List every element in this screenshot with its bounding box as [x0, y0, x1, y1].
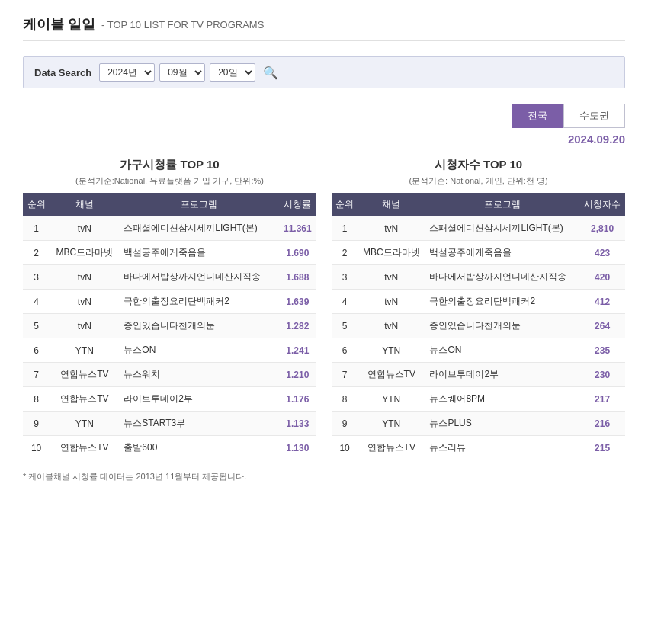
col-program2: 프로그램 [425, 193, 579, 216]
table-row: 5 tvN 증인있습니다천개의눈 1.282 [23, 314, 316, 338]
table-row: 1 tvN 스패셜에디션삼시세끼LIGHT(본) 2,810 [332, 216, 625, 241]
rank-cell: 6 [332, 338, 358, 363]
rating-cell: 1.210 [279, 363, 316, 387]
col-rank1: 순위 [23, 193, 50, 216]
col-program1: 프로그램 [119, 193, 278, 216]
viewers-section: 시청자수 TOP 10 (분석기준: National, 개인, 단위:천 명)… [332, 158, 625, 460]
table1: 순위 채널 프로그램 시청률 1 tvN 스패셜에디션삼시세끼LIGHT(본) … [23, 193, 316, 460]
rank-cell: 7 [332, 363, 358, 387]
table-row: 6 YTN 뉴스ON 1.241 [23, 338, 316, 363]
program-cell: 바다에서밥상까지언니네산지직송 [425, 265, 579, 290]
day-select[interactable]: 01일02일03일04일 05일06일07일08일 09일10일11일12일 1… [210, 63, 255, 82]
rank-cell: 9 [332, 412, 358, 436]
table-row: 3 tvN 바다에서밥상까지언니네산지직송 420 [332, 265, 625, 290]
rating-cell: 1.282 [279, 314, 316, 338]
rank-cell: 3 [332, 265, 358, 290]
table2-header-row: 순위 채널 프로그램 시청자수 [332, 193, 625, 216]
rank-cell: 10 [332, 436, 358, 460]
table-row: 5 tvN 증인있습니다천개의눈 264 [332, 314, 625, 338]
program-cell: 뉴스PLUS [425, 412, 579, 436]
rating-cell: 11.361 [279, 216, 316, 241]
channel-cell: tvN [358, 290, 425, 314]
col-channel1: 채널 [50, 193, 119, 216]
viewers-cell: 2,810 [579, 216, 625, 241]
rating-cell: 1.133 [279, 412, 316, 436]
rank-cell: 8 [332, 387, 358, 412]
table-row: 6 YTN 뉴스ON 235 [332, 338, 625, 363]
channel-cell: 연합뉴스TV [358, 436, 425, 460]
channel-cell: YTN [50, 412, 119, 436]
page-title-main: 케이블 일일 [23, 15, 95, 34]
rank-cell: 7 [23, 363, 50, 387]
rank-cell: 6 [23, 338, 50, 363]
program-cell: 뉴스ON [119, 338, 278, 363]
viewers-cell: 412 [579, 290, 625, 314]
rating-cell: 1.130 [279, 436, 316, 460]
viewers-cell: 217 [579, 387, 625, 412]
viewers-cell: 235 [579, 338, 625, 363]
channel-cell: tvN [50, 265, 119, 290]
rank-cell: 2 [23, 241, 50, 265]
rank-cell: 4 [23, 290, 50, 314]
program-cell: 증인있습니다천개의눈 [425, 314, 579, 338]
rank-cell: 5 [23, 314, 50, 338]
page-container: 케이블 일일 - TOP 10 LIST FOR TV PROGRAMS Dat… [0, 0, 648, 644]
page-title-sub: - TOP 10 LIST FOR TV PROGRAMS [101, 19, 264, 30]
table-row: 8 YTN 뉴스퀘어8PM 217 [332, 387, 625, 412]
table-row: 2 MBC드라마넷 백설공주에게죽음을 1.690 [23, 241, 316, 265]
table-row: 3 tvN 바다에서밥상까지언니네산지직송 1.688 [23, 265, 316, 290]
program-cell: 뉴스ON [425, 338, 579, 363]
table1-title: 가구시청률 TOP 10 [23, 158, 316, 172]
rank-cell: 3 [23, 265, 50, 290]
region-btn-national[interactable]: 전국 [512, 104, 563, 128]
table1-header-row: 순위 채널 프로그램 시청률 [23, 193, 316, 216]
rank-cell: 1 [23, 216, 50, 241]
table-row: 7 연합뉴스TV 라이브투데이2부 230 [332, 363, 625, 387]
search-label: Data Search [34, 67, 91, 78]
program-cell: 바다에서밥상까지언니네산지직송 [119, 265, 278, 290]
table-row: 4 tvN 극한의출장요리단백패커2 412 [332, 290, 625, 314]
table1-subtitle: (분석기준:National, 유료플랫폼 가입 가구, 단위:%) [23, 175, 316, 187]
channel-cell: tvN [50, 216, 119, 241]
table2-title: 시청자수 TOP 10 [332, 158, 625, 172]
table2: 순위 채널 프로그램 시청자수 1 tvN 스패셜에디션삼시세끼LIGHT(본)… [332, 193, 625, 460]
col-rating1: 시청률 [279, 193, 316, 216]
year-select[interactable]: 2024년2023년2022년 [99, 63, 155, 82]
search-button[interactable]: 🔍 [263, 66, 278, 80]
channel-cell: YTN [50, 338, 119, 363]
program-cell: 극한의출장요리단백패커2 [425, 290, 579, 314]
region-btn-capital[interactable]: 수도권 [563, 104, 625, 128]
channel-cell: 연합뉴스TV [50, 363, 119, 387]
household-rating-section: 가구시청률 TOP 10 (분석기준:National, 유료플랫폼 가입 가구… [23, 158, 316, 460]
rank-cell: 8 [23, 387, 50, 412]
table-row: 7 연합뉴스TV 뉴스워치 1.210 [23, 363, 316, 387]
table-row: 9 YTN 뉴스START3부 1.133 [23, 412, 316, 436]
rank-cell: 10 [23, 436, 50, 460]
rating-cell: 1.176 [279, 387, 316, 412]
table-row: 10 연합뉴스TV 뉴스리뷰 215 [332, 436, 625, 460]
channel-cell: MBC드라마넷 [50, 241, 119, 265]
table2-subtitle: (분석기준: National, 개인, 단위:천 명) [332, 175, 625, 187]
month-select[interactable]: 01월02월03월04월 05월06월07월08월 09월10월11월12월 [159, 63, 205, 82]
channel-cell: YTN [358, 412, 425, 436]
channel-cell: 연합뉴스TV [50, 387, 119, 412]
program-cell: 백설공주에게죽음을 [119, 241, 278, 265]
table-row: 1 tvN 스패셜에디션삼시세끼LIGHT(본) 11.361 [23, 216, 316, 241]
rating-cell: 1.241 [279, 338, 316, 363]
page-header: 케이블 일일 - TOP 10 LIST FOR TV PROGRAMS [23, 15, 625, 41]
table-row: 4 tvN 극한의출장요리단백패커2 1.639 [23, 290, 316, 314]
viewers-cell: 215 [579, 436, 625, 460]
channel-cell: tvN [358, 314, 425, 338]
rating-cell: 1.639 [279, 290, 316, 314]
date-display: 2024.09.20 [23, 133, 625, 146]
channel-cell: tvN [50, 314, 119, 338]
channel-cell: YTN [358, 338, 425, 363]
channel-cell: 연합뉴스TV [50, 436, 119, 460]
viewers-cell: 264 [579, 314, 625, 338]
rating-cell: 1.690 [279, 241, 316, 265]
table-row: 10 연합뉴스TV 출발600 1.130 [23, 436, 316, 460]
channel-cell: MBC드라마넷 [358, 241, 425, 265]
search-input[interactable] [283, 67, 614, 78]
rank-cell: 2 [332, 241, 358, 265]
viewers-cell: 420 [579, 265, 625, 290]
